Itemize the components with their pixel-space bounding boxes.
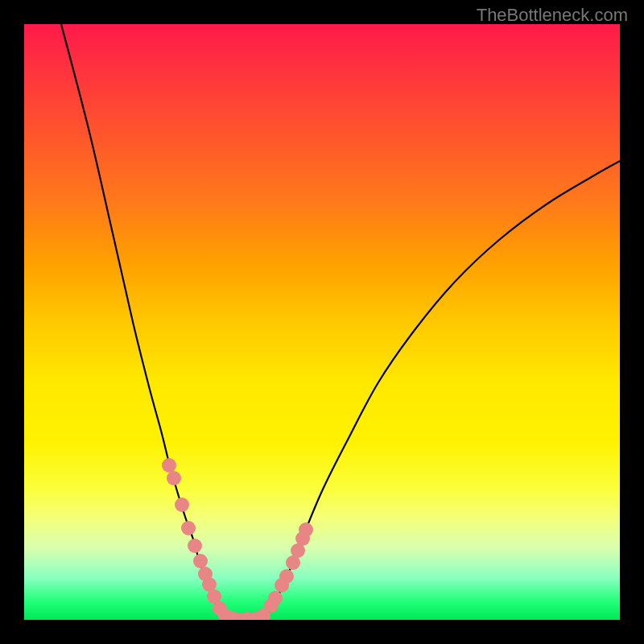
data-marker [299, 522, 313, 537]
data-marker [188, 539, 202, 553]
watermark-text: TheBottleneck.com [477, 5, 628, 26]
chart-frame: TheBottleneck.com [0, 0, 644, 644]
data-marker [181, 521, 196, 535]
data-marker [175, 497, 189, 512]
left-cluster-markers [162, 458, 254, 620]
right-cluster-markers [248, 522, 313, 620]
data-marker [279, 569, 294, 584]
curve-group [61, 24, 620, 620]
right-curve [266, 161, 620, 617]
data-marker [162, 458, 176, 473]
data-marker [268, 591, 283, 605]
data-marker [167, 471, 181, 485]
left-curve [61, 24, 223, 617]
data-marker [193, 554, 208, 568]
chart-svg [24, 24, 620, 620]
